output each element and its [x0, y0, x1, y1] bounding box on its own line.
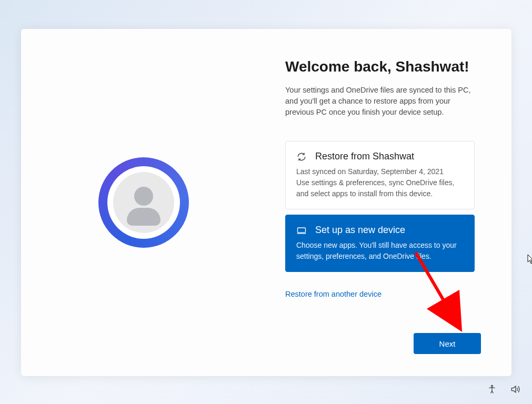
- mouse-cursor-icon: [527, 254, 532, 267]
- option-restore-header: Restore from Shashwat: [296, 151, 464, 162]
- system-tray: [487, 384, 520, 395]
- option-restore-card[interactable]: Restore from Shashwat Last synced on Sat…: [285, 141, 475, 209]
- svg-rect-0: [298, 228, 306, 233]
- option-new-header: Set up as new device: [296, 225, 464, 236]
- option-restore-desc: Last synced on Saturday, September 4, 20…: [296, 166, 464, 199]
- avatar-ring: [98, 157, 189, 248]
- option-new-desc: Choose new apps. You'll still have acces…: [296, 240, 464, 262]
- option-new-device-card[interactable]: Set up as new device Choose new apps. Yo…: [285, 215, 475, 272]
- device-icon: [296, 225, 307, 236]
- avatar-outer: [107, 166, 180, 239]
- restore-another-device-link[interactable]: Restore from another device: [285, 290, 382, 298]
- volume-icon[interactable]: [510, 384, 520, 395]
- accessibility-icon[interactable]: [487, 384, 497, 395]
- next-button[interactable]: Next: [414, 333, 481, 354]
- option-restore-title: Restore from Shashwat: [315, 151, 414, 162]
- page-subtitle: Your settings and OneDrive files are syn…: [285, 85, 481, 118]
- content-pane: Welcome back, Shashwat! Your settings an…: [266, 29, 511, 376]
- setup-dialog: Welcome back, Shashwat! Your settings an…: [21, 29, 511, 376]
- avatar-icon: [113, 172, 174, 233]
- page-title: Welcome back, Shashwat!: [285, 58, 481, 75]
- svg-point-1: [491, 385, 493, 387]
- option-new-title: Set up as new device: [315, 225, 405, 236]
- illustration-pane: [21, 29, 266, 376]
- refresh-icon: [296, 152, 307, 162]
